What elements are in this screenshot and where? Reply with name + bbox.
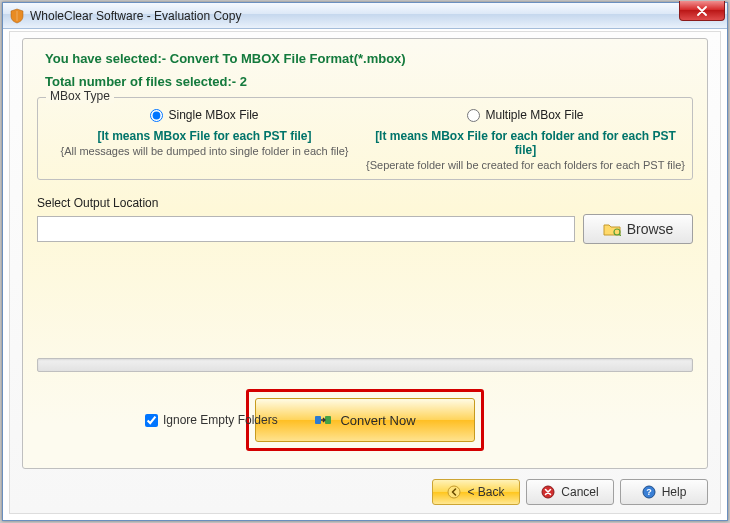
help-label: Help: [662, 485, 687, 499]
cancel-button[interactable]: Cancel: [526, 479, 614, 505]
cancel-icon: [541, 485, 555, 499]
titlebar: WholeClear Software - Evaluation Copy: [3, 3, 727, 29]
ignore-empty-checkbox-input[interactable]: [145, 414, 158, 427]
single-mbox-radio-input[interactable]: [150, 109, 163, 122]
selected-format-text: You have selected:- Convert To MBOX File…: [45, 51, 693, 66]
svg-point-3: [448, 486, 460, 498]
app-window: WholeClear Software - Evaluation Copy Yo…: [2, 2, 728, 521]
back-icon: [447, 485, 461, 499]
multiple-mbox-radio-input[interactable]: [467, 109, 480, 122]
mbox-type-group: MBox Type Single MBox File [It means MBo…: [37, 97, 693, 180]
multiple-mbox-radio[interactable]: Multiple MBox File: [467, 108, 583, 122]
output-location-label: Select Output Location: [37, 196, 693, 210]
convert-highlight: Convert Now: [246, 389, 484, 451]
output-location-input[interactable]: [37, 216, 575, 242]
browse-button[interactable]: Browse: [583, 214, 693, 244]
convert-now-label: Convert Now: [340, 413, 415, 428]
ignore-empty-checkbox[interactable]: Ignore Empty Folders: [145, 413, 278, 427]
single-mbox-hint1: [It means MBox File for each PST file]: [44, 129, 365, 143]
convert-now-button[interactable]: Convert Now: [255, 398, 475, 442]
single-mbox-label: Single MBox File: [168, 108, 258, 122]
client-area: You have selected:- Convert To MBOX File…: [9, 31, 721, 514]
ignore-empty-label: Ignore Empty Folders: [163, 413, 278, 427]
multiple-mbox-hint1: [It means MBox File for each folder and …: [365, 129, 686, 157]
multiple-mbox-hint2: {Seperate folder will be created for eac…: [365, 159, 686, 171]
convert-icon: [314, 411, 332, 429]
total-files-text: Total number of files selected:- 2: [45, 74, 693, 89]
folder-icon: [603, 222, 621, 236]
window-title: WholeClear Software - Evaluation Copy: [30, 9, 241, 23]
svg-rect-1: [315, 416, 321, 424]
close-button[interactable]: [679, 1, 725, 21]
back-button[interactable]: < Back: [432, 479, 520, 505]
browse-label: Browse: [627, 221, 674, 237]
help-icon: ?: [642, 485, 656, 499]
single-mbox-hint2: {All messages will be dumped into single…: [44, 145, 365, 157]
cancel-label: Cancel: [561, 485, 598, 499]
mbox-type-legend: MBox Type: [46, 89, 114, 103]
progress-bar: [37, 358, 693, 372]
svg-text:?: ?: [646, 487, 652, 497]
multiple-mbox-label: Multiple MBox File: [485, 108, 583, 122]
nav-bar: < Back Cancel ? Help: [22, 479, 708, 505]
app-icon: [9, 8, 25, 24]
main-panel: You have selected:- Convert To MBOX File…: [22, 38, 708, 469]
back-label: < Back: [467, 485, 504, 499]
action-row: Ignore Empty Folders Convert Now: [37, 390, 693, 450]
single-mbox-radio[interactable]: Single MBox File: [150, 108, 258, 122]
help-button[interactable]: ? Help: [620, 479, 708, 505]
